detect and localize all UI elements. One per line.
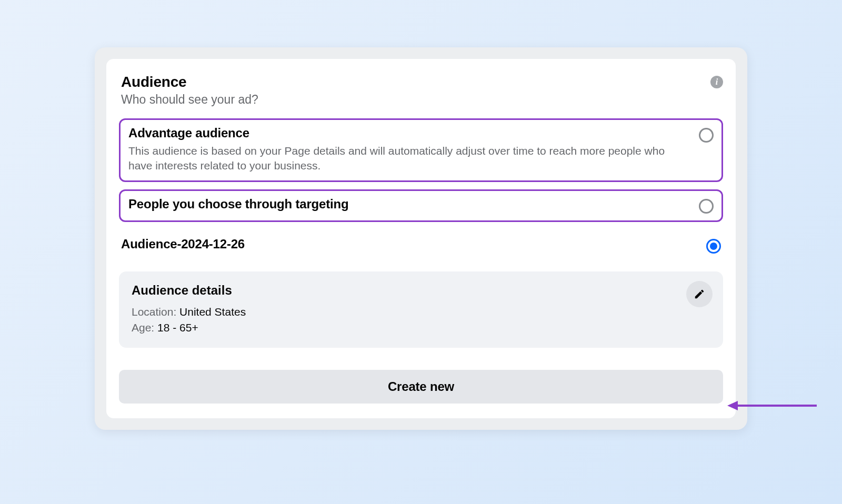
audience-card: Audience Who should see your ad? i Advan…	[106, 59, 736, 418]
option-content: Advantage audience This audience is base…	[128, 126, 688, 174]
details-title: Audience details	[132, 283, 710, 298]
option-content: Audience-2024-12-26	[121, 237, 696, 251]
option-title: Audience-2024-12-26	[121, 237, 696, 251]
option-title: People you choose through targeting	[128, 197, 688, 211]
edit-button[interactable]	[686, 281, 713, 307]
location-label: Location:	[132, 306, 176, 318]
details-age: Age: 18 - 65+	[132, 320, 710, 336]
option-title: Advantage audience	[128, 126, 688, 140]
age-value: 18 - 65+	[157, 321, 198, 334]
radio-saved-audience[interactable]	[706, 239, 721, 254]
age-label: Age:	[132, 321, 154, 334]
details-location: Location: United States	[132, 304, 710, 320]
header-row: Audience Who should see your ad? i	[119, 74, 723, 107]
section-title: Audience	[121, 74, 258, 90]
radio-people-targeting[interactable]	[699, 199, 714, 214]
radio-advantage-audience[interactable]	[699, 128, 714, 143]
audience-card-outer: Audience Who should see your ad? i Advan…	[95, 47, 747, 430]
audience-details-box: Audience details Location: United States…	[119, 271, 723, 348]
header-text: Audience Who should see your ad?	[121, 74, 258, 107]
pencil-icon	[694, 288, 705, 300]
section-subtitle: Who should see your ad?	[121, 93, 258, 107]
option-content: People you choose through targeting	[128, 197, 688, 211]
info-icon[interactable]: i	[710, 76, 723, 88]
option-people-targeting[interactable]: People you choose through targeting	[119, 189, 723, 222]
create-new-button[interactable]: Create new	[119, 370, 723, 404]
option-advantage-audience[interactable]: Advantage audience This audience is base…	[119, 118, 723, 182]
option-description: This audience is based on your Page deta…	[128, 144, 688, 174]
option-saved-audience[interactable]: Audience-2024-12-26	[119, 229, 723, 262]
location-value: United States	[179, 306, 246, 318]
